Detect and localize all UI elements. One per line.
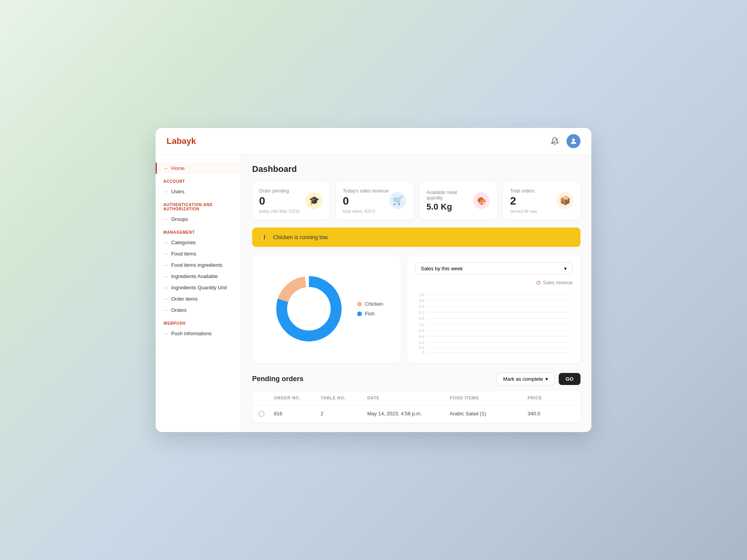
stat-value: 0 [343,195,389,207]
sidebar: → Home ACCOUNT → Users AUTHENTICATION AN… [156,155,241,432]
donut-legend: Chicken Fish [357,301,383,317]
stat-card-total-orders: Total orders 2 served till now 📦 [503,182,580,220]
stat-card-meat-quantity: Available meat quantity 5.0 Kg 🍖 [419,182,497,220]
arrow-icon: → [163,166,168,171]
stat-card-order-pending: Order pending 0 today (4th May 2024) 🎓 [252,182,330,220]
sidebar-item-ingredients-available[interactable]: → Ingredients Available [156,271,241,282]
price: 340.0 [528,411,574,416]
sales-legend-dot [537,281,540,285]
legend-label: Chicken [365,301,383,307]
sales-chart-header: Sales by this week ▾ [415,262,573,275]
line-chart: 1.0 0.9 0.8 0.7 0.6 0.5 0.4 0.3 0.2 0.1 … [415,289,573,355]
orders-table: ORDER NO. TABLE NO. DATE FOOD ITEMS PRIC… [252,391,580,423]
mark-complete-button[interactable]: Mark as complete ▾ [496,373,555,385]
order-pending-icon: 🎓 [305,192,323,209]
col-date: DATE [367,396,450,400]
svg-text:0.1: 0.1 [419,345,424,349]
stat-value: 5.0 Kg [426,202,473,212]
sales-revenue-icon: 🛒 [389,192,406,209]
sales-dropdown[interactable]: Sales by this week ▾ [415,262,573,275]
stat-sub: served till now [510,209,537,214]
go-button[interactable]: GO [559,373,580,385]
sidebar-item-home[interactable]: → Home [156,163,241,174]
sidebar-item-users[interactable]: → Users [156,186,241,197]
sidebar-item-food-items[interactable]: → Food items [156,248,241,259]
app-window: Labayk → Home [156,128,591,432]
table-no: 2 [321,411,367,416]
sidebar-item-label: Ingredients Available [171,273,218,279]
sidebar-section-management: MANAGEMENT [156,225,241,237]
food-items: Arabic Salad (1) [450,411,528,416]
sidebar-item-label: Groups [171,216,188,222]
sidebar-item-label: Users [171,189,184,194]
total-orders-icon: 📦 [556,192,573,209]
chevron-down-icon: ▾ [545,376,548,382]
sidebar-item-orders[interactable]: → Orders [156,304,241,316]
stat-label: Available meat quantity [426,190,473,201]
sidebar-item-label: Order items [171,296,198,302]
page-title: Dashboard [252,164,580,174]
svg-text:0.5: 0.5 [419,322,424,327]
legend-label: Fish [365,311,375,317]
sidebar-section-auth: AUTHENTICATION AND AUTHORIZATION [156,197,241,214]
svg-text:0.8: 0.8 [419,304,424,308]
sidebar-item-order-items[interactable]: → Order items [156,293,241,304]
chevron-down-icon: ▾ [564,266,567,271]
table-header: ORDER NO. TABLE NO. DATE FOOD ITEMS PRIC… [252,391,580,405]
col-checkbox [258,396,274,400]
sales-dropdown-label: Sales by this week [421,266,463,271]
alert-banner: ⚠️ Chicken is running low. [252,228,580,247]
main-layout: → Home ACCOUNT → Users AUTHENTICATION AN… [156,155,591,432]
alert-icon: ⚠️ [260,233,268,242]
sidebar-item-food-items-ingredients[interactable]: → Food items ingredients [156,259,241,271]
sidebar-item-label: Food items ingredients [171,262,223,268]
sidebar-item-label: Push informations [171,331,212,336]
legend-item-chicken: Chicken [357,301,383,307]
stats-row: Order pending 0 today (4th May 2024) 🎓 T… [252,182,580,220]
avatar[interactable] [566,134,580,148]
sales-legend-label: Sales revenue [543,280,573,285]
header-right [549,134,580,148]
meat-quantity-icon: 🍖 [473,192,490,209]
stat-label: Today's sales revenue [343,188,389,194]
stat-sub: today (4th May 2024) [259,209,300,214]
stat-label: Total orders [510,188,537,194]
donut-chart [270,270,348,348]
sidebar-item-groups[interactable]: → Groups [156,214,241,225]
pending-actions: Mark as complete ▾ GO [496,373,580,385]
col-price: PRICE [528,396,574,400]
stat-value: 0 [259,195,300,207]
mark-complete-label: Mark as complete [503,376,543,382]
svg-text:0.3: 0.3 [419,334,424,338]
sidebar-item-label: Categories [171,240,196,245]
row-checkbox[interactable] [258,411,265,417]
col-food-items: FOOD ITEMS [450,396,528,400]
col-table-no: TABLE NO. [321,396,367,400]
stat-card-sales-revenue: Today's sales revenue 0 total sales: 820… [336,182,413,220]
stat-sub: total sales: 820.0 [343,209,389,214]
order-date: May 14, 2023, 4:58 p.m. [367,411,450,416]
stat-value: 2 [510,195,537,207]
svg-text:0.2: 0.2 [419,340,424,345]
notification-icon[interactable] [549,136,560,147]
sidebar-item-categories[interactable]: → Categories [156,237,241,248]
svg-text:0.9: 0.9 [419,298,424,303]
sidebar-item-label: Home [171,165,185,171]
svg-text:0.6: 0.6 [419,316,424,320]
order-no: 816 [274,411,321,416]
charts-row: Chicken Fish Sales by this week [252,255,580,363]
sidebar-section-webpush: WEBPUSH [156,316,241,328]
sidebar-item-label: Food items [171,251,196,257]
header: Labayk [156,128,591,155]
sidebar-item-ingredients-quantity-unit[interactable]: → Ingredients Quantity Unit [156,282,241,293]
sales-chart-card: Sales by this week ▾ Sales revenue 1.0 [407,255,580,363]
stat-label: Order pending [259,188,300,194]
svg-text:0: 0 [422,350,424,354]
col-order-no: ORDER NO. [274,396,321,400]
sidebar-item-push-informations[interactable]: → Push informations [156,328,241,339]
svg-text:0.7: 0.7 [419,310,424,315]
logo: Labayk [167,136,196,146]
table-row: 816 2 May 14, 2023, 4:58 p.m. Arabic Sal… [252,405,580,423]
sales-legend: Sales revenue [415,280,573,285]
sidebar-section-account: ACCOUNT [156,174,241,186]
